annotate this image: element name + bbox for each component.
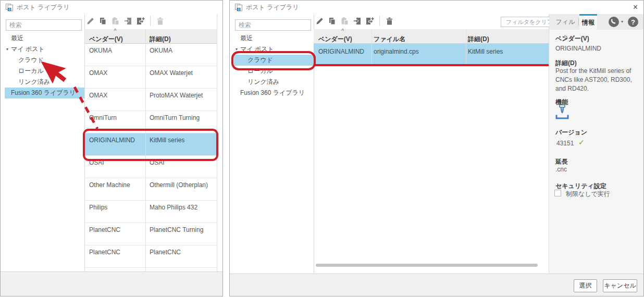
svg-text:G: G: [8, 7, 10, 10]
vendor-cell: OSAI: [89, 159, 104, 166]
dropdown-caret-icon[interactable]: ▾: [621, 19, 623, 24]
import-icon[interactable]: [123, 17, 132, 26]
table-row[interactable]: PhilipsMaho Philips 432: [85, 201, 217, 223]
annotation-underline: [314, 64, 549, 66]
table-row-selected[interactable]: ORIGINALMIND originalmind.cps KitMill se…: [314, 44, 549, 64]
titlebar: G ポスト ライブラリ: [1, 1, 222, 14]
table-row[interactable]: PlanetCNCPlanetCNC: [85, 245, 217, 268]
column-header-vendor[interactable]: ベンダー(V): [318, 35, 352, 44]
table-row[interactable]: OSAIOSAI: [85, 156, 217, 178]
vendor-cell: ORIGINALMIND: [89, 137, 135, 144]
detail-cell: KitMill series: [150, 137, 184, 144]
sidebar-item-linked[interactable]: リンク済み: [5, 77, 84, 88]
post-library-icon: G: [5, 3, 14, 12]
table-right-border: [217, 14, 217, 271]
import-icon[interactable]: [353, 17, 362, 26]
detail-cell: OKUMA: [150, 47, 172, 54]
post-library-window-right: G ポスト ライブラリ × 最近 ▾ マイ ポスト クラウド ローカル リンク済…: [229, 0, 644, 296]
column-header-filename[interactable]: ファイル名: [374, 35, 405, 44]
export-icon[interactable]: [365, 17, 374, 26]
edit-icon[interactable]: [315, 17, 324, 26]
info-panel: フィルタ 情報 ▾ ? ベンダー(V) ORIGINALMIND 詳細(D) P…: [549, 14, 643, 274]
page-title: ポスト ライブラリ: [246, 3, 299, 12]
sidebar-item-cloud[interactable]: クラウド: [5, 55, 84, 66]
sidebar-item-recent[interactable]: 最近: [5, 33, 84, 44]
check-icon: ✓: [578, 138, 585, 146]
sidebar-item-fusion-library[interactable]: Fusion 360 ライブラリ: [5, 88, 84, 98]
column-header-detail[interactable]: 詳細(D): [468, 35, 489, 44]
sidebar-item-my-posts[interactable]: ▾ マイ ポスト: [234, 44, 314, 55]
sidebar-item-my-posts[interactable]: ▾ マイ ポスト: [5, 44, 84, 55]
copy-icon[interactable]: [98, 17, 107, 26]
sidebar-item-label: マイ ポスト: [11, 45, 45, 53]
search-input[interactable]: [6, 19, 82, 31]
svg-text:?: ?: [631, 18, 635, 26]
vendor-cell: OMAX: [89, 92, 107, 99]
filename-cell: originalmind.cps: [374, 48, 419, 55]
sort-ascending-icon: ^: [314, 28, 371, 34]
post-library-window-left: G ポスト ライブラリ 最近 ▾ マイ ポスト クラウド ローカル リンク済み …: [0, 0, 223, 296]
tab-filter[interactable]: フィルタ: [553, 14, 577, 30]
table-row[interactable]: OKUMAOKUMA: [85, 44, 217, 66]
panel-tabbar: フィルタ 情報 ▾ ?: [549, 14, 643, 30]
table-row[interactable]: Other MachineOthermill (Otherplan): [85, 178, 217, 201]
table-row[interactable]: OMAXProtoMAX Waterjet: [85, 89, 217, 111]
extension-label: 延長: [555, 157, 568, 166]
table-row[interactable]: PlanetCNCPlanetCNC Turning: [85, 223, 217, 245]
edit-icon[interactable]: [86, 17, 95, 26]
paste-icon[interactable]: [111, 17, 120, 26]
horizontal-scrollbar-thumb[interactable]: [316, 264, 538, 267]
detail-cell: KitMill series: [468, 48, 503, 55]
screen: { "colors": { "selection_blue": "#a8d7f0…: [0, 0, 644, 297]
toolbar-divider: [150, 16, 151, 26]
page-title: ポスト ライブラリ: [17, 3, 70, 12]
sidebar-item-local[interactable]: ローカル: [234, 66, 314, 77]
milling-tool-icon: [554, 104, 570, 121]
table-row[interactable]: PocketNCPocketNC: [85, 268, 217, 271]
vendor-cell: Other Machine: [89, 181, 130, 189]
vendor-cell: ORIGINALMIND: [318, 48, 364, 55]
table-toolbar: [85, 16, 165, 26]
titlebar: G ポスト ライブラリ: [230, 1, 643, 14]
expander-icon[interactable]: ▾: [6, 44, 8, 55]
run-without-restrictions-label: 制限なしで実行: [566, 190, 610, 199]
table-row[interactable]: OmniTurnOmniTurn Turning: [85, 111, 217, 133]
extension-value: .cnc: [555, 166, 567, 173]
tab-info[interactable]: 情報: [579, 14, 597, 30]
toolbar-divider: [379, 16, 380, 26]
close-icon[interactable]: ×: [633, 2, 638, 13]
select-button[interactable]: 選択: [574, 279, 597, 292]
table-header: ^ ベンダー(V) 詳細(D): [85, 29, 217, 44]
help-icon[interactable]: ?: [627, 16, 639, 28]
sidebar-item-local[interactable]: ローカル: [5, 66, 84, 77]
table-header: ^ ベンダー(V) ファイル名 詳細(D): [314, 29, 549, 44]
run-without-restrictions-checkbox[interactable]: [554, 190, 561, 196]
sidebar-item-fusion-library[interactable]: Fusion 360 ライブラリ: [234, 88, 314, 98]
contact-icon[interactable]: [608, 16, 620, 28]
table-row[interactable]: OMAXOMAX Waterjet: [85, 66, 217, 89]
column-header-detail[interactable]: 詳細(D): [150, 35, 171, 44]
paste-icon[interactable]: [340, 17, 349, 26]
delete-icon[interactable]: [156, 17, 165, 26]
table-row-selected[interactable]: ORIGINALMINDKitMill series: [85, 133, 217, 156]
vendor-cell: OKUMA: [89, 47, 112, 54]
column-header-vendor[interactable]: ベンダー(V): [89, 35, 123, 44]
version-value: 43151: [556, 140, 574, 147]
sort-ascending-icon: ^: [85, 28, 145, 34]
copy-icon[interactable]: [328, 17, 337, 26]
sidebar-item-cloud[interactable]: クラウド: [234, 55, 314, 66]
sidebar-item-recent[interactable]: 最近: [234, 33, 314, 44]
vendor-table: OKUMAOKUMA OMAXOMAX Waterjet OMAXProtoMA…: [85, 44, 217, 271]
delete-icon[interactable]: [385, 17, 394, 26]
detail-cell: ProtoMAX Waterjet: [150, 92, 203, 99]
column-divider: [466, 29, 466, 64]
vendor-cell: PlanetCNC: [89, 226, 120, 233]
export-icon[interactable]: [136, 17, 145, 26]
search-input[interactable]: [235, 19, 311, 31]
cancel-button[interactable]: キャンセル: [603, 279, 637, 292]
detail-cell: OSAI: [150, 159, 165, 166]
expander-icon[interactable]: ▾: [236, 44, 238, 55]
column-divider: [145, 29, 146, 271]
sidebar-item-linked[interactable]: リンク済み: [234, 77, 314, 88]
detail-cell: OMAX Waterjet: [150, 69, 193, 77]
